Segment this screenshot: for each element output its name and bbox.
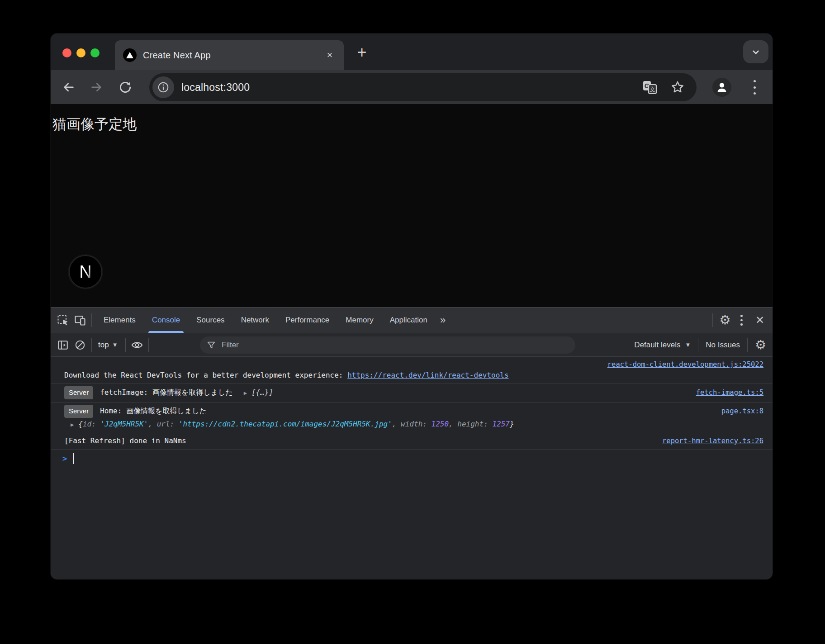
- object-preview[interactable]: {id: 'J2qM5HR5K', url: 'https://cdn2.the…: [78, 419, 514, 430]
- prompt-chevron-icon: >: [62, 454, 67, 463]
- console-message: Server Home: 画像情報を取得しました page.tsx:8 ▶ {i…: [51, 402, 773, 433]
- context-caret-icon: ▼: [112, 341, 118, 348]
- devtools-tabs: Elements Console Sources Network Perform…: [95, 308, 449, 333]
- browser-tab[interactable]: Create Next App ×: [115, 40, 344, 70]
- tab-performance[interactable]: Performance: [277, 308, 337, 333]
- more-tabs-icon[interactable]: »: [436, 314, 449, 326]
- tab-network[interactable]: Network: [233, 308, 277, 333]
- text-cursor: [73, 453, 74, 464]
- svg-text:文: 文: [650, 86, 655, 93]
- context-selector[interactable]: top: [98, 341, 109, 350]
- devtools-close-icon[interactable]: ✕: [753, 314, 767, 327]
- devtools-settings-icon[interactable]: ⚙: [719, 314, 730, 327]
- console-settings-icon[interactable]: ⚙: [755, 339, 766, 351]
- devtools-link[interactable]: https://react.dev/link/react-devtools: [347, 371, 508, 379]
- device-toolbar-icon[interactable]: [71, 312, 89, 329]
- tab-search-chevron-button[interactable]: [743, 40, 768, 63]
- browser-toolbar: localhost:3000 G 文: [51, 70, 773, 104]
- message-text: fetchImage: 画像情報を取得しました: [100, 387, 232, 398]
- console-message: Server fetchImage: 画像情報を取得しました ▶ [{…}] f…: [51, 384, 773, 402]
- tab-application[interactable]: Application: [382, 308, 436, 333]
- source-link[interactable]: report-hmr-latency.ts:26: [662, 436, 763, 446]
- tab-memory[interactable]: Memory: [337, 308, 381, 333]
- tab-title: Create Next App: [143, 50, 323, 61]
- profile-avatar-icon[interactable]: [712, 78, 731, 97]
- live-expression-eye-icon[interactable]: [128, 336, 146, 354]
- console-prompt[interactable]: >: [51, 450, 773, 468]
- translate-icon[interactable]: G 文: [642, 80, 658, 95]
- console-filter-input[interactable]: Filter: [200, 336, 575, 354]
- expand-caret-icon[interactable]: ▶: [71, 419, 74, 430]
- address-bar[interactable]: localhost:3000 G 文: [149, 73, 697, 101]
- no-issues-label[interactable]: No Issues: [706, 341, 740, 350]
- tab-close-icon[interactable]: ×: [323, 48, 337, 62]
- default-levels-dropdown[interactable]: Default levels: [634, 341, 680, 350]
- traffic-lights: [62, 48, 100, 57]
- tab-console[interactable]: Console: [144, 308, 188, 333]
- expand-caret-icon[interactable]: ▶: [244, 388, 247, 398]
- vercel-triangle-icon: [123, 48, 137, 62]
- message-text: Home: 画像情報を取得しました: [100, 406, 207, 417]
- tab-elements[interactable]: Elements: [95, 308, 144, 333]
- message-text: Download the React DevTools for a better…: [64, 370, 763, 381]
- browser-window: Create Next App × + localhost:3000: [51, 33, 773, 579]
- bookmark-star-icon[interactable]: [670, 80, 685, 95]
- levels-caret-icon: ▼: [685, 341, 691, 348]
- reload-icon[interactable]: [115, 77, 135, 97]
- devtools-panel: Elements Console Sources Network Perform…: [51, 307, 773, 579]
- inspect-element-icon[interactable]: [54, 312, 71, 329]
- page-content: 猫画像予定地 N: [51, 104, 773, 307]
- console-toolbar: top ▼ Filter Default levels ▼ No Issues …: [51, 333, 773, 357]
- close-window-button[interactable]: [62, 48, 71, 57]
- zoom-window-button[interactable]: [90, 48, 100, 57]
- console-sidebar-icon[interactable]: [54, 336, 71, 354]
- clear-console-icon[interactable]: [71, 336, 89, 354]
- console-message: react-dom-client.development.js:25022 Do…: [51, 357, 773, 384]
- page-heading: 猫画像予定地: [52, 115, 137, 134]
- server-badge: Server: [64, 405, 93, 418]
- new-tab-button[interactable]: +: [352, 43, 372, 62]
- site-info-icon[interactable]: [152, 76, 174, 98]
- message-text: [Fast Refresh] done in NaNms: [64, 436, 186, 446]
- array-preview[interactable]: [{…}]: [251, 387, 273, 398]
- minimize-window-button[interactable]: [76, 48, 85, 57]
- url-text[interactable]: localhost:3000: [181, 81, 642, 94]
- nextjs-logo: N: [69, 255, 102, 289]
- devtools-tabbar: Elements Console Sources Network Perform…: [51, 308, 773, 333]
- browser-menu-icon[interactable]: [751, 80, 758, 95]
- back-icon[interactable]: [59, 77, 79, 97]
- source-link[interactable]: fetch-image.ts:5: [696, 387, 763, 398]
- filter-placeholder: Filter: [222, 341, 239, 350]
- tab-sources[interactable]: Sources: [188, 308, 232, 333]
- console-messages: react-dom-client.development.js:25022 Do…: [51, 357, 773, 579]
- forward-icon[interactable]: [86, 77, 106, 97]
- tab-strip: Create Next App × +: [51, 33, 773, 70]
- console-message: [Fast Refresh] done in NaNms report-hmr-…: [51, 433, 773, 450]
- source-link[interactable]: page.tsx:8: [721, 406, 763, 417]
- source-link[interactable]: react-dom-client.development.js:25022: [607, 360, 763, 369]
- devtools-menu-icon[interactable]: [737, 315, 746, 326]
- server-badge: Server: [64, 386, 93, 399]
